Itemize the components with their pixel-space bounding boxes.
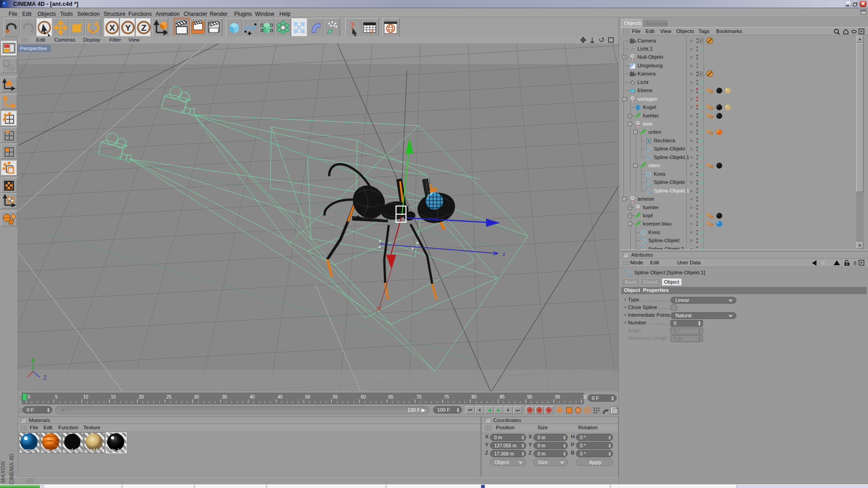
svg-text:15: 15 [111, 394, 116, 399]
svg-text:65: 65 [388, 394, 394, 399]
svg-text:0: 0 [28, 394, 30, 399]
svg-text:95: 95 [555, 394, 561, 399]
svg-text:Z: Z [43, 375, 47, 381]
svg-text:60: 60 [361, 394, 366, 399]
svg-text:?: ? [370, 28, 373, 36]
svg-text:35: 35 [222, 394, 227, 399]
svg-text:90: 90 [527, 394, 533, 399]
svg-text:Perspective: Perspective [20, 46, 47, 51]
svg-text:55: 55 [333, 394, 338, 399]
svg-text:P: P [586, 408, 589, 413]
svg-text:Z: Z [141, 23, 146, 33]
svg-text:25: 25 [166, 394, 172, 399]
svg-text:75: 75 [444, 394, 449, 399]
svg-text:70: 70 [416, 394, 422, 399]
svg-text:45: 45 [278, 394, 283, 399]
svg-text:X: X [109, 23, 115, 33]
svg-text:?: ? [350, 20, 355, 31]
svg-text:50: 50 [305, 394, 311, 399]
svg-text:Y: Y [125, 23, 131, 33]
svg-text:100: 100 [583, 394, 587, 399]
svg-text:8: 8 [854, 260, 857, 267]
svg-text:10: 10 [83, 394, 89, 399]
svg-text:30: 30 [194, 394, 199, 399]
svg-text:z: z [503, 251, 505, 257]
svg-text:80: 80 [472, 394, 477, 399]
svg-text:40: 40 [250, 394, 255, 399]
svg-text:20: 20 [139, 394, 144, 399]
svg-text:5: 5 [55, 394, 58, 399]
svg-text:85: 85 [500, 394, 505, 399]
